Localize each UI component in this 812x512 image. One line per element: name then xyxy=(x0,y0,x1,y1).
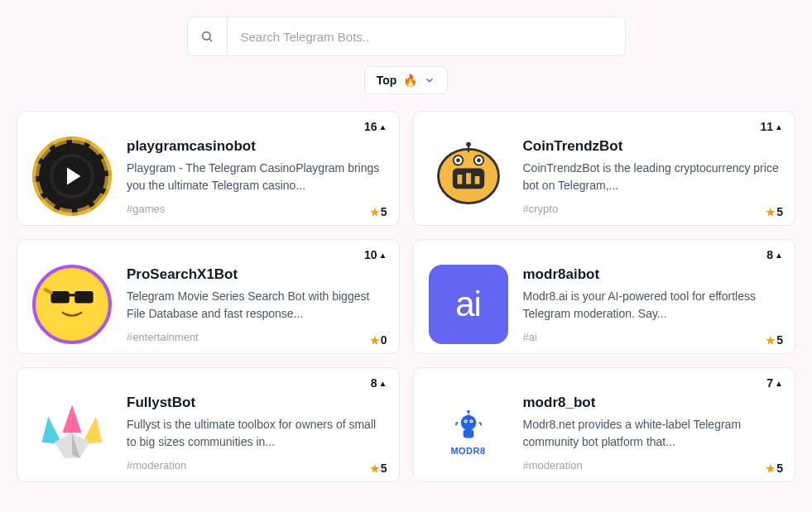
bot-tag[interactable]: #moderation xyxy=(523,459,781,471)
svg-rect-27 xyxy=(463,429,473,438)
bot-avatar xyxy=(32,393,112,472)
bot-card[interactable]: 10 ▲ ProSearchX1Bot Telegram Movie Serie… xyxy=(17,239,400,354)
bot-name: ProSearchX1Bot xyxy=(127,266,384,283)
rating-value: 0 xyxy=(381,333,387,347)
bot-description: Playgram - The Telegram CasinoPlaygram b… xyxy=(127,160,384,194)
vote-number: 10 xyxy=(364,248,377,261)
search-bar xyxy=(187,17,626,56)
bot-rating: ★ 0 xyxy=(370,333,387,347)
rating-value: 5 xyxy=(381,205,387,218)
svg-point-0 xyxy=(203,32,210,40)
svg-rect-7 xyxy=(474,176,479,184)
bot-description: Telegram Movie Series Search Bot with bi… xyxy=(127,288,384,323)
bot-name: playgramcasinobot xyxy=(127,138,384,155)
svg-point-11 xyxy=(477,158,481,162)
star-icon: ★ xyxy=(370,462,380,475)
bot-content: modr8aibot Modr8.ai is your AI-powered t… xyxy=(523,255,781,345)
sort-dropdown[interactable]: Top 🔥 xyxy=(364,66,449,94)
bot-card[interactable]: 7 ▲ MODR8 modr8_bo xyxy=(413,367,796,482)
svg-rect-5 xyxy=(457,175,462,184)
bot-avatar: ai xyxy=(429,265,508,344)
rating-value: 5 xyxy=(776,205,783,218)
chevron-down-icon xyxy=(424,74,435,86)
bot-name: modr8_bot xyxy=(523,395,781,411)
sort-label: Top xyxy=(377,74,397,87)
caret-up-icon: ▲ xyxy=(379,379,387,388)
bot-tag[interactable]: #entertainment xyxy=(127,331,384,343)
bot-name: FullystBot xyxy=(127,395,384,411)
rating-value: 5 xyxy=(776,333,783,347)
vote-number: 8 xyxy=(766,248,773,261)
geometric-crown-icon xyxy=(32,393,112,472)
bot-tag[interactable]: #crypto xyxy=(523,203,781,215)
caret-up-icon: ▲ xyxy=(379,251,387,260)
bot-avatar: MODR8 xyxy=(429,393,508,472)
modr8-text: MODR8 xyxy=(450,446,485,456)
vote-count[interactable]: 16 ▲ xyxy=(364,120,387,133)
star-icon: ★ xyxy=(766,206,776,218)
svg-point-25 xyxy=(464,420,466,422)
bot-card[interactable]: 8 ▲ FullystBot Fullyst is the ultimate t… xyxy=(17,367,400,482)
vote-number: 7 xyxy=(766,376,773,390)
svg-rect-15 xyxy=(74,291,93,303)
bot-rating: ★ 5 xyxy=(766,333,783,347)
bot-content: modr8_bot Modr8.net provides a white-lab… xyxy=(523,383,781,473)
bot-avatar xyxy=(32,265,112,344)
sunglasses-emoji-icon xyxy=(32,265,112,344)
bot-tag[interactable]: #moderation xyxy=(127,459,384,471)
bot-rating: ★ 5 xyxy=(766,462,783,475)
rating-value: 5 xyxy=(776,462,783,475)
bot-content: FullystBot Fullyst is the ultimate toolb… xyxy=(127,383,384,473)
star-icon: ★ xyxy=(370,206,380,218)
bot-rating: ★ 5 xyxy=(370,462,387,475)
bot-tag[interactable]: #ai xyxy=(523,331,781,343)
bot-name: CoinTrendzBot xyxy=(523,138,781,155)
search-icon-box[interactable] xyxy=(188,17,228,56)
svg-point-29 xyxy=(467,410,469,413)
svg-line-1 xyxy=(209,39,212,41)
vote-count[interactable]: 8 ▲ xyxy=(371,376,387,390)
bot-content: playgramcasinobot Playgram - The Telegra… xyxy=(127,127,384,217)
bot-description: Fullyst is the ultimate toolbox for owne… xyxy=(127,416,384,451)
modr8-logo-icon: MODR8 xyxy=(429,393,508,472)
rating-value: 5 xyxy=(381,462,387,475)
svg-rect-16 xyxy=(70,294,74,296)
search-input[interactable] xyxy=(228,17,625,55)
bot-card[interactable]: 8 ▲ ai modr8aibot Modr8.ai is your AI-po… xyxy=(413,239,796,354)
ai-icon: ai xyxy=(429,265,508,344)
svg-point-22 xyxy=(460,415,475,430)
caret-up-icon: ▲ xyxy=(379,122,387,132)
bot-rating: ★ 5 xyxy=(370,205,387,218)
vote-count[interactable]: 8 ▲ xyxy=(766,248,783,261)
bot-rating: ★ 5 xyxy=(766,205,783,218)
bot-card[interactable]: 16 ▲ playgramcasinobot Playgram - The Te… xyxy=(17,111,400,226)
search-icon xyxy=(200,30,214,43)
bot-tag[interactable]: #games xyxy=(127,203,384,215)
svg-point-26 xyxy=(470,420,472,422)
svg-rect-14 xyxy=(50,291,69,303)
bot-card[interactable]: 11 ▲ CoinTrendzBot CoinTrendzBot is the xyxy=(413,111,796,226)
svg-rect-6 xyxy=(466,173,471,184)
fire-icon: 🔥 xyxy=(403,74,417,87)
caret-up-icon: ▲ xyxy=(775,379,783,388)
bot-avatar xyxy=(429,136,508,216)
bot-content: CoinTrendzBot CoinTrendzBot is the leadi… xyxy=(523,127,781,217)
bot-description: CoinTrendzBot is the leading cryptocurre… xyxy=(523,160,781,194)
bot-description: Modr8.ai is your AI-powered tool for eff… xyxy=(523,288,781,323)
star-icon: ★ xyxy=(370,334,380,347)
svg-marker-17 xyxy=(62,404,81,433)
svg-point-13 xyxy=(466,142,471,147)
svg-point-10 xyxy=(456,158,460,162)
bot-avatar xyxy=(32,136,112,216)
caret-up-icon: ▲ xyxy=(775,251,783,260)
vote-number: 8 xyxy=(371,376,377,390)
vote-count[interactable]: 10 ▲ xyxy=(364,248,387,261)
vote-number: 11 xyxy=(761,120,774,133)
casino-chip-icon xyxy=(32,136,112,216)
bot-name: modr8aibot xyxy=(523,266,781,283)
vote-number: 16 xyxy=(364,120,377,133)
bots-grid: 16 ▲ playgramcasinobot Playgram - The Te… xyxy=(17,111,795,482)
vote-count[interactable]: 7 ▲ xyxy=(766,376,783,390)
star-icon: ★ xyxy=(766,334,776,347)
vote-count[interactable]: 11 ▲ xyxy=(761,120,783,133)
